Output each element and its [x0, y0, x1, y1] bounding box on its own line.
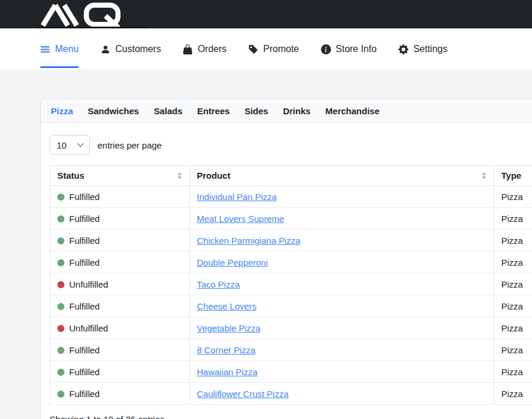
nav-label: Orders: [197, 44, 226, 54]
aiq-logo-icon: [37, 2, 138, 27]
tag-icon: [248, 44, 258, 54]
product-link[interactable]: Hawaiian Pizza: [197, 367, 258, 377]
entries-summary: Showing 1 to 10 of 26 entries: [50, 414, 532, 419]
per-page-control: 10 entries per page: [50, 135, 532, 155]
status-text: Fulfilled: [69, 345, 100, 355]
nav-item-menu[interactable]: Menu: [40, 28, 79, 70]
table-row: Fulfilled Double Pepperoni Pizza: [50, 252, 532, 273]
column-label: Status: [57, 170, 85, 181]
nav-label: Customers: [115, 44, 161, 54]
type-cell: Pizza: [494, 273, 532, 295]
sort-icon[interactable]: [177, 172, 182, 179]
type-cell: Pizza: [494, 295, 532, 317]
column-label: Product: [197, 170, 231, 181]
column-header-product[interactable]: Product: [190, 166, 494, 186]
column-header-status[interactable]: Status: [50, 166, 190, 186]
gear-icon: [398, 44, 408, 54]
nav-label: Store Info: [336, 44, 377, 54]
type-cell: Pizza: [494, 186, 532, 208]
menu-card: Pizza Sandwiches Salads Entrees Sides Dr…: [40, 99, 532, 419]
topbar: [0, 0, 532, 28]
column-header-type[interactable]: Type: [494, 166, 532, 186]
product-link[interactable]: Meat Lovers Supreme: [197, 214, 284, 224]
table-header-row: Status Product Type: [50, 166, 532, 186]
products-table: Status Product Type Fulfilled Individual…: [50, 165, 532, 405]
product-link[interactable]: Cheese Lovers: [197, 301, 257, 311]
status-text: Unfulfilled: [69, 323, 108, 333]
table-row: Fulfilled Chicken Parmigiana Pizza Pizza: [50, 230, 532, 252]
type-cell: Pizza: [494, 339, 532, 361]
product-link[interactable]: Chicken Parmigiana Pizza: [197, 236, 300, 246]
nav-label: Promote: [263, 44, 299, 54]
per-page-label: entries per page: [98, 140, 161, 150]
hamburger-icon: [40, 44, 50, 54]
product-link[interactable]: Cauliflower Crust Pizza: [197, 389, 288, 399]
nav-item-promote[interactable]: Promote: [248, 28, 299, 70]
status-text: Fulfilled: [69, 236, 100, 246]
person-icon: [100, 44, 111, 54]
type-cell: Pizza: [494, 208, 532, 230]
type-cell: Pizza: [494, 361, 532, 383]
table-row: Unfulfilled Taco Pizza Pizza: [50, 273, 532, 295]
nav-item-customers[interactable]: Customers: [100, 28, 161, 70]
chevron-down-icon: [77, 140, 83, 146]
column-label: Type: [501, 170, 521, 181]
status-dot: [57, 325, 64, 332]
product-link[interactable]: Taco Pizza: [197, 279, 240, 289]
tab-salads[interactable]: Salads: [154, 106, 182, 116]
tab-pizza[interactable]: Pizza: [51, 106, 73, 116]
logo-underline: [37, 27, 148, 28]
nav-label: Settings: [413, 44, 447, 54]
status-text: Fulfilled: [69, 367, 100, 377]
type-cell: Pizza: [494, 383, 532, 405]
status-dot: [57, 391, 64, 398]
tab-sandwiches[interactable]: Sandwiches: [88, 106, 140, 116]
status-dot: [57, 347, 64, 354]
status-text: Fulfilled: [69, 257, 100, 267]
category-tabs: Pizza Sandwiches Salads Entrees Sides Dr…: [41, 99, 532, 123]
tab-entrees[interactable]: Entrees: [197, 106, 230, 116]
product-link[interactable]: Vegetable Pizza: [197, 323, 261, 333]
info-icon: [321, 44, 331, 54]
active-nav-underline: [40, 66, 79, 68]
sort-icon[interactable]: [482, 172, 486, 179]
status-text: Fulfilled: [69, 192, 100, 202]
status-dot: [57, 237, 64, 244]
per-page-select[interactable]: 10: [50, 135, 90, 155]
table-row: Fulfilled Individual Pan Pizza Pizza: [50, 186, 532, 208]
status-text: Unfulfilled: [69, 279, 108, 289]
status-text: Fulfilled: [69, 301, 100, 311]
status-dot: [57, 281, 64, 288]
product-link[interactable]: Double Pepperoni: [197, 257, 268, 267]
status-text: Fulfilled: [69, 389, 100, 399]
bag-icon: [183, 44, 193, 54]
status-text: Fulfilled: [69, 214, 100, 224]
type-cell: Pizza: [494, 230, 532, 252]
status-dot: [57, 369, 64, 376]
table-row: Unfulfilled Vegetable Pizza Pizza: [50, 317, 532, 339]
nav-item-orders[interactable]: Orders: [183, 28, 226, 70]
status-dot: [57, 194, 64, 201]
tab-drinks[interactable]: Drinks: [283, 106, 311, 116]
card-body: 10 entries per page Status Product: [41, 123, 532, 419]
status-dot: [57, 259, 64, 266]
table-row: Fulfilled Cauliflower Crust Pizza Pizza: [50, 383, 532, 405]
tab-merchandise[interactable]: Merchandise: [325, 106, 379, 116]
tab-sides[interactable]: Sides: [245, 106, 268, 116]
product-link[interactable]: 8 Corner Pizza: [197, 345, 255, 355]
product-link[interactable]: Individual Pan Pizza: [197, 192, 277, 202]
main-nav: Menu Customers Orders Promote Store Info…: [0, 28, 532, 70]
nav-label: Menu: [55, 44, 79, 54]
table-row: Fulfilled Hawaiian Pizza Pizza: [50, 361, 532, 383]
table-row: Fulfilled 8 Corner Pizza Pizza: [50, 339, 532, 361]
table-row: Fulfilled Meat Lovers Supreme Pizza: [50, 208, 532, 230]
brand-logo[interactable]: [37, 2, 138, 29]
nav-item-settings[interactable]: Settings: [398, 28, 447, 70]
status-dot: [57, 303, 64, 310]
table-row: Fulfilled Cheese Lovers Pizza: [50, 295, 532, 317]
status-dot: [57, 215, 64, 223]
type-cell: Pizza: [494, 317, 532, 339]
type-cell: Pizza: [494, 252, 532, 273]
per-page-value: 10: [57, 140, 67, 150]
nav-item-store-info[interactable]: Store Info: [321, 28, 377, 70]
